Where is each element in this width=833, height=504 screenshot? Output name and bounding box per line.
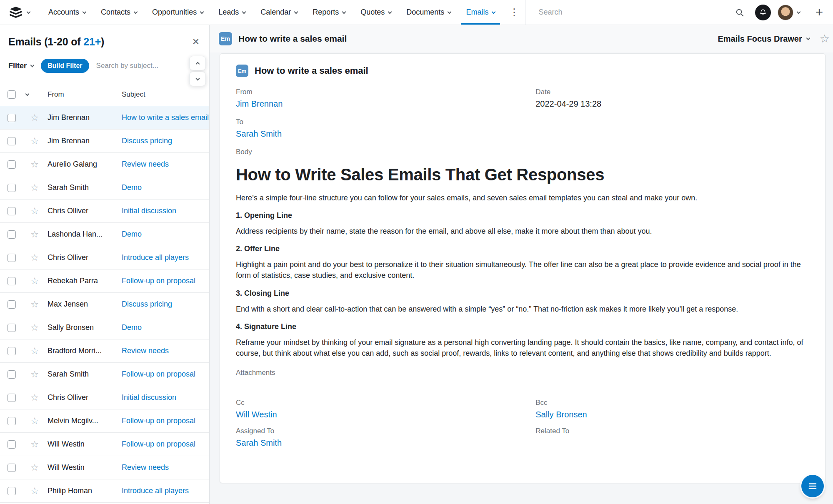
row-subject-link[interactable]: Discuss pricing [122,300,209,309]
table-row[interactable]: ☆ Bradford Morri... Review needs [0,339,209,363]
row-subject-link[interactable]: Demo [122,323,209,332]
table-row[interactable]: ☆ Jim Brennan Discuss pricing [0,130,209,153]
row-subject-link[interactable]: Review needs [122,160,209,169]
focus-drawer-selector[interactable]: Emails Focus Drawer [718,34,809,44]
row-subject-link[interactable]: How to write a sales email [122,113,209,122]
row-checkbox[interactable] [8,254,16,262]
quick-create-button[interactable]: + [814,6,825,19]
next-page-button[interactable] [189,72,206,86]
favorite-star-icon[interactable]: ☆ [30,253,39,262]
row-checkbox[interactable] [8,160,16,169]
nav-item[interactable]: Emails [458,0,503,25]
row-subject-link[interactable]: Demo [122,230,209,239]
column-header-from[interactable]: From [48,90,122,99]
favorite-star-icon[interactable]: ☆ [820,33,830,45]
row-checkbox[interactable] [8,300,16,309]
row-subject-link[interactable]: Follow-up on proposal [122,277,209,285]
favorite-star-icon[interactable]: ☆ [30,207,39,216]
row-checkbox[interactable] [8,417,16,425]
subject-search-input[interactable] [96,62,201,70]
table-row[interactable]: ☆ Will Westin Review needs [0,456,209,479]
row-subject-link[interactable]: Review needs [122,347,209,355]
favorite-star-icon[interactable]: ☆ [30,160,39,169]
row-checkbox[interactable] [8,464,16,472]
nav-item[interactable]: Documents [399,0,458,25]
favorite-star-icon[interactable]: ☆ [30,417,39,426]
favorite-star-icon[interactable]: ☆ [30,230,39,239]
favorite-star-icon[interactable]: ☆ [30,463,39,472]
row-checkbox[interactable] [8,277,16,285]
row-checkbox[interactable] [8,207,16,215]
row-checkbox[interactable] [8,114,16,122]
select-all-checkbox[interactable] [8,90,16,99]
close-icon[interactable]: × [189,36,203,47]
assigned-to-link[interactable]: Sarah Smith [236,438,282,448]
favorite-star-icon[interactable]: ☆ [30,183,39,192]
filter-dropdown[interactable]: Filter [8,62,34,70]
row-subject-link[interactable]: Initial discussion [122,393,209,402]
nav-item[interactable]: Leads [211,0,253,25]
favorite-star-icon[interactable]: ☆ [30,370,39,379]
table-row[interactable]: ☆ Jim Brennan How to write a sales email [0,106,209,130]
search-icon[interactable] [731,5,748,20]
nav-item[interactable]: Calendar [253,0,305,25]
row-subject-link[interactable]: Initial discussion [122,207,209,215]
table-row[interactable]: ☆ Sally Bronsen Demo [0,316,209,339]
user-menu[interactable] [778,5,800,20]
favorite-star-icon[interactable]: ☆ [30,440,39,449]
table-row[interactable]: ☆ Aurelio Galang Review needs [0,153,209,176]
table-row[interactable]: ☆ Chris Olliver Initial discussion [0,200,209,223]
table-row[interactable]: ☆ Will Westin Follow-up on proposal [0,433,209,456]
table-row[interactable]: ☆ Sarah Smith Demo [0,176,209,200]
row-subject-link[interactable]: Follow-up on proposal [122,440,209,449]
row-subject-link[interactable]: Discuss pricing [122,137,209,145]
global-search-input[interactable] [538,8,731,17]
row-subject-link[interactable]: Introduce all players [122,253,209,262]
favorite-star-icon[interactable]: ☆ [30,113,39,122]
favorite-star-icon[interactable]: ☆ [30,347,39,356]
favorite-star-icon[interactable]: ☆ [30,393,39,402]
row-checkbox[interactable] [8,137,16,145]
row-subject-link[interactable]: Follow-up on proposal [122,370,209,379]
nav-item[interactable]: Contacts [93,0,145,25]
table-row[interactable]: ☆ Philip Homan Introduce all players [0,479,209,503]
cc-link[interactable]: Will Westin [236,410,277,419]
table-row[interactable]: ☆ Max Jensen Discuss pricing [0,293,209,316]
from-link[interactable]: Jim Brennan [236,99,283,109]
table-row[interactable]: ☆ Sarah Smith Follow-up on proposal [0,363,209,386]
table-row[interactable]: ☆ Melvin Mcgilv... Follow-up on proposal [0,409,209,433]
favorite-star-icon[interactable]: ☆ [30,300,39,309]
app-logo[interactable] [0,0,41,25]
favorite-star-icon[interactable]: ☆ [30,487,39,496]
quick-actions-fab[interactable] [801,475,824,497]
row-checkbox[interactable] [8,487,16,495]
column-header-subject[interactable]: Subject [122,90,209,99]
nav-overflow-button[interactable]: ⋮ [503,0,525,25]
table-row[interactable]: ☆ Chris Olliver Initial discussion [0,386,209,409]
table-row[interactable]: ☆ Rebekah Parra Follow-up on proposal [0,269,209,293]
to-link[interactable]: Sarah Smith [236,129,282,139]
bcc-link[interactable]: Sally Bronsen [535,410,587,419]
row-checkbox[interactable] [8,347,16,355]
favorite-star-icon[interactable]: ☆ [30,137,39,146]
prev-page-button[interactable] [189,56,206,70]
row-checkbox[interactable] [8,230,16,239]
nav-item[interactable]: Opportunities [145,0,211,25]
row-checkbox[interactable] [8,440,16,449]
record-count-link[interactable]: 21+ [83,36,101,47]
build-filter-button[interactable]: Build Filter [41,59,89,73]
nav-item[interactable]: Reports [305,0,353,25]
notifications-button[interactable] [755,5,771,20]
row-subject-link[interactable]: Introduce all players [122,487,209,495]
row-checkbox[interactable] [8,324,16,332]
row-subject-link[interactable]: Demo [122,183,209,192]
row-checkbox[interactable] [8,394,16,402]
row-subject-link[interactable]: Review needs [122,463,209,472]
row-checkbox[interactable] [8,184,16,192]
nav-item[interactable]: Accounts [41,0,93,25]
selection-options-chevron[interactable] [25,92,30,96]
row-checkbox[interactable] [8,370,16,379]
row-subject-link[interactable]: Follow-up on proposal [122,417,209,425]
favorite-star-icon[interactable]: ☆ [30,277,39,286]
nav-item[interactable]: Quotes [353,0,399,25]
